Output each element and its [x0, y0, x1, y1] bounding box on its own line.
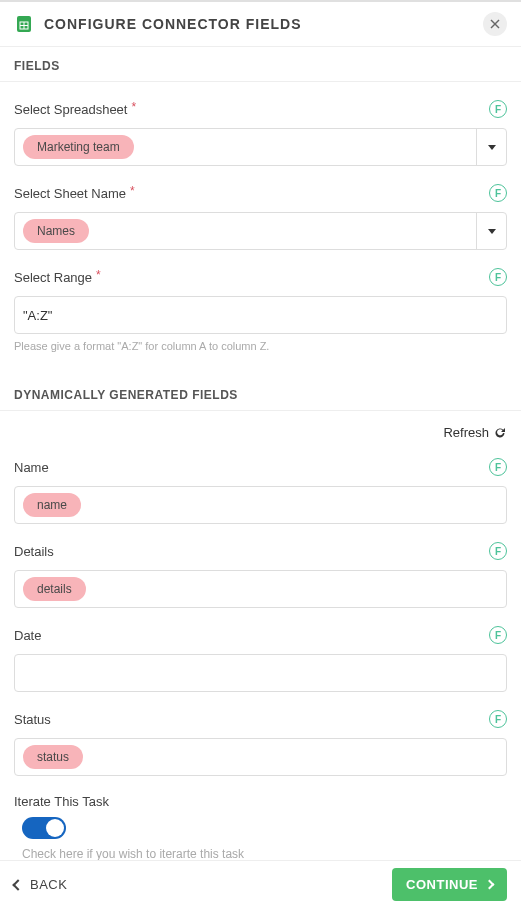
dynamic-section-title: DYNAMICALLY GENERATED FIELDS: [0, 370, 521, 411]
f-badge[interactable]: F: [489, 626, 507, 644]
sheet-caret[interactable]: [476, 213, 506, 249]
field-range: Select Range* F Please give a format "A:…: [14, 268, 507, 352]
refresh-button[interactable]: Refresh: [14, 425, 507, 440]
modal-header: CONFIGURE CONNECTOR FIELDS: [0, 2, 521, 47]
spreadsheet-chip: Marketing team: [23, 135, 134, 159]
date-label: Date: [14, 628, 489, 643]
field-details: Details F details: [14, 542, 507, 608]
sheet-label: Select Sheet Name*: [14, 186, 489, 201]
footer: BACK CONTINUE: [0, 860, 521, 908]
back-button[interactable]: BACK: [14, 877, 67, 892]
continue-button[interactable]: CONTINUE: [392, 868, 507, 901]
caret-down-icon: [488, 229, 496, 234]
name-chip: name: [23, 493, 81, 517]
field-name: Name F name: [14, 458, 507, 524]
status-label: Status: [14, 712, 489, 727]
spreadsheet-label: Select Spreadsheet*: [14, 102, 489, 117]
f-badge[interactable]: F: [489, 100, 507, 118]
iterate-toggle[interactable]: [22, 817, 66, 839]
field-iterate: Iterate This Task Check here if you wish…: [14, 794, 507, 861]
field-spreadsheet: Select Spreadsheet* F Marketing team: [14, 100, 507, 166]
details-chip: details: [23, 577, 86, 601]
details-label: Details: [14, 544, 489, 559]
iterate-hint: Check here if you wish to iterarte this …: [22, 847, 507, 861]
field-date: Date F: [14, 626, 507, 692]
refresh-label: Refresh: [443, 425, 489, 440]
field-status: Status F status: [14, 710, 507, 776]
modal-title: CONFIGURE CONNECTOR FIELDS: [44, 16, 483, 32]
spreadsheet-caret[interactable]: [476, 129, 506, 165]
fields-section-title: FIELDS: [0, 47, 521, 82]
f-badge[interactable]: F: [489, 268, 507, 286]
f-badge[interactable]: F: [489, 710, 507, 728]
refresh-icon: [493, 426, 507, 440]
name-input[interactable]: name: [14, 486, 507, 524]
field-sheet: Select Sheet Name* F Names: [14, 184, 507, 250]
close-icon: [490, 19, 500, 29]
back-label: BACK: [30, 877, 67, 892]
caret-down-icon: [488, 145, 496, 150]
iterate-label: Iterate This Task: [14, 794, 507, 809]
google-sheets-icon: [14, 14, 34, 34]
status-chip: status: [23, 745, 83, 769]
sheet-chip: Names: [23, 219, 89, 243]
chevron-left-icon: [12, 879, 23, 890]
range-hint: Please give a format "A:Z" for column A …: [14, 340, 507, 352]
sheet-select[interactable]: Names: [14, 212, 507, 250]
toggle-knob: [46, 819, 64, 837]
range-input[interactable]: [23, 308, 498, 323]
chevron-right-icon: [485, 880, 495, 890]
f-badge[interactable]: F: [489, 542, 507, 560]
close-button[interactable]: [483, 12, 507, 36]
f-badge[interactable]: F: [489, 458, 507, 476]
status-input[interactable]: status: [14, 738, 507, 776]
date-input[interactable]: [14, 654, 507, 692]
range-label: Select Range*: [14, 270, 489, 285]
continue-label: CONTINUE: [406, 877, 478, 892]
f-badge[interactable]: F: [489, 184, 507, 202]
name-label: Name: [14, 460, 489, 475]
range-input-wrap: [14, 296, 507, 334]
content-scroll[interactable]: Select Spreadsheet* F Marketing team Sel…: [0, 82, 521, 865]
details-input[interactable]: details: [14, 570, 507, 608]
spreadsheet-select[interactable]: Marketing team: [14, 128, 507, 166]
